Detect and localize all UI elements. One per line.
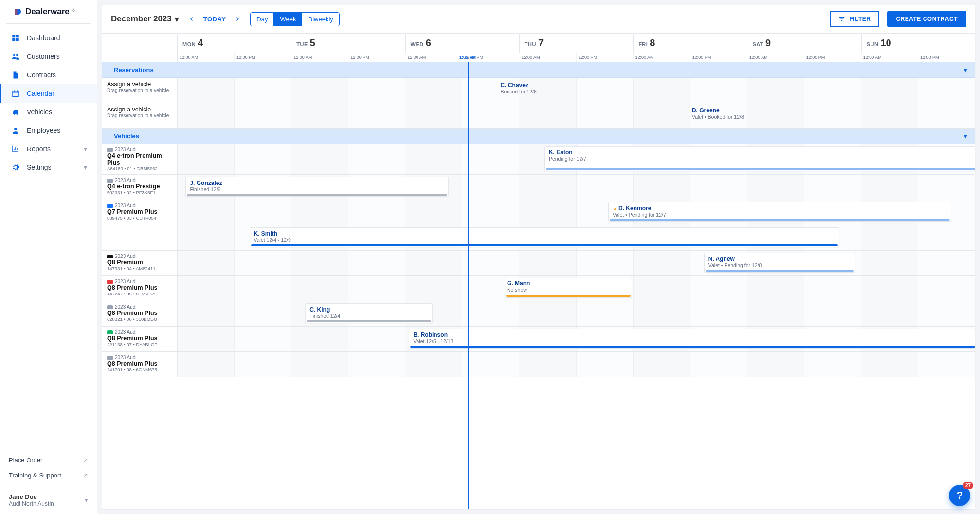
- month-label: December 2023: [111, 14, 172, 24]
- time-slot-label: 12:00 PM: [235, 53, 291, 62]
- contract-card[interactable]: N. Agnew Valet • Pending for 12/8: [704, 253, 855, 273]
- warning-icon: ▲: [613, 206, 617, 211]
- prev-week-button[interactable]: [187, 14, 197, 24]
- vehicle-label[interactable]: 2023 Audi Q8 Premium Plus 241701 • 08 • …: [102, 352, 178, 377]
- sidebar-item-vehicles[interactable]: Vehicles: [0, 103, 97, 121]
- vehicle-row: 2023 Audi Q4 e-tron Premium Plus A64180 …: [102, 144, 975, 175]
- vehicle-row: 2023 Audi Q8 Premium 147931 • 04 • AM824…: [102, 251, 975, 276]
- contract-card[interactable]: J. Gonzalez Finished 12/6: [185, 177, 449, 197]
- sidebar-item-label: Employees: [27, 127, 60, 134]
- bottom-link-training-support[interactable]: Training & Support ↗: [9, 468, 88, 483]
- sidebar-nav: Dashboard Customers Contracts Calendar V…: [0, 27, 97, 453]
- view-biweekly[interactable]: Biweekly: [302, 13, 339, 26]
- filter-icon: [838, 16, 845, 22]
- time-slot-label: 12:00 AM: [747, 53, 804, 62]
- user-location: Audi North Austin: [9, 500, 54, 507]
- contract-card[interactable]: B. Robinson Valet 12/5 - 12/13: [409, 329, 975, 349]
- vehicle-label[interactable]: 2023 Audi Q8 Premium Plus 221138 • 07 • …: [102, 327, 178, 351]
- vehicle-label[interactable]: 2023 Audi Q7 Premium Plus 889475 • 03 • …: [102, 200, 178, 225]
- vehicle-label[interactable]: 2023 Audi Q4 e-tron Prestige 502931 • 02…: [102, 175, 178, 200]
- sidebar-bottom: Place Order ↗Training & Support ↗ Jane D…: [0, 453, 97, 507]
- row-lane[interactable]: N. Agnew Valet • Pending for 12/8: [178, 251, 975, 275]
- day-header: MON4: [178, 34, 291, 53]
- car-icon: [107, 356, 113, 360]
- sidebar-item-label: Dashboard: [27, 34, 60, 42]
- row-lane[interactable]: C. Chavez Booked for 12/6: [178, 78, 975, 103]
- assign-row-2: Assign a vehicle Drag reservation to a v…: [102, 103, 975, 128]
- status-bar: [610, 219, 950, 221]
- bottom-link-place-order[interactable]: Place Order ↗: [9, 453, 88, 468]
- view-day[interactable]: Day: [251, 13, 274, 26]
- contract-card[interactable]: K. Smith Valet 12/4 - 12/9: [250, 227, 840, 247]
- status-bar: [307, 320, 431, 322]
- gear-icon: [11, 163, 20, 172]
- user-switcher[interactable]: Jane Doe Audi North Austin ▾: [9, 488, 88, 507]
- brand-logo: Dealerware ✧: [6, 7, 91, 24]
- row-lane[interactable]: D. Greene Valet • Booked for 12/8: [178, 103, 975, 128]
- assign-vehicle-label: Assign a vehicle Drag reservation to a v…: [102, 78, 178, 103]
- vehicle-row: 2023 Audi Q7 Premium Plus 889475 • 03 • …: [102, 200, 975, 225]
- people-icon: [11, 52, 20, 61]
- status-bar: [251, 244, 838, 246]
- chevron-right-icon: [235, 16, 240, 22]
- row-lane[interactable]: ▲D. Kenmore Valet • Pending for 12/7: [178, 200, 975, 225]
- caret-down-icon: ▾: [175, 14, 179, 24]
- time-slot-label: 12:00 PM: [348, 53, 405, 62]
- row-lane[interactable]: C. King Finished 12/4: [178, 301, 975, 326]
- view-week[interactable]: Week: [274, 13, 302, 26]
- sidebar: Dealerware ✧ Dashboard Customers Contrac…: [0, 0, 97, 514]
- sidebar-item-settings[interactable]: Settings ▾: [0, 158, 97, 177]
- status-bar: [546, 168, 975, 170]
- today-button[interactable]: TODAY: [203, 16, 226, 23]
- vehicle-row-overflow: K. Smith Valet 12/4 - 12/9: [102, 225, 975, 251]
- day-header: TUE5: [291, 34, 405, 53]
- calendar-toolbar: December 2023 ▾ TODAY DayWeekBiweekly FI…: [102, 5, 975, 34]
- month-picker[interactable]: December 2023 ▾: [111, 14, 179, 24]
- day-header: SUN10: [862, 34, 975, 53]
- row-lane[interactable]: B. Robinson Valet 12/5 - 12/13: [178, 327, 975, 351]
- reservation-card[interactable]: C. Chavez Booked for 12/6: [497, 80, 975, 100]
- filter-button[interactable]: FILTER: [830, 11, 879, 27]
- contract-card[interactable]: ▲D. Kenmore Valet • Pending for 12/7: [608, 202, 951, 222]
- sidebar-item-contracts[interactable]: Contracts: [0, 66, 97, 84]
- car-icon: [107, 330, 113, 334]
- chevron-down-icon: ▾: [964, 132, 967, 140]
- now-time-label: 1:05 PM: [459, 55, 476, 60]
- car-icon: [107, 204, 113, 208]
- row-lane[interactable]: K. Eaton Pending for 12/7: [178, 144, 975, 174]
- vehicle-label[interactable]: 2023 Audi Q8 Premium Plus 147247 • 05 • …: [102, 276, 178, 301]
- main-panel: December 2023 ▾ TODAY DayWeekBiweekly FI…: [102, 5, 975, 509]
- sidebar-item-employees[interactable]: Employees: [0, 121, 97, 140]
- calendar-body[interactable]: Reservations ▾ Assign a vehicle Drag res…: [102, 62, 975, 509]
- help-fab[interactable]: ? 27: [949, 485, 970, 506]
- chevron-down-icon: ▾: [84, 145, 87, 153]
- sidebar-item-reports[interactable]: Reports ▾: [0, 140, 97, 158]
- chevron-down-icon: ▾: [85, 496, 88, 504]
- day-header: WED6: [406, 34, 520, 53]
- row-lane[interactable]: [178, 352, 975, 377]
- row-lane[interactable]: K. Smith Valet 12/4 - 12/9: [178, 225, 975, 250]
- row-lane[interactable]: G. Mann No show: [178, 276, 975, 301]
- assign-vehicle-label: Assign a vehicle Drag reservation to a v…: [102, 103, 178, 128]
- vehicle-label[interactable]: 2023 Audi Q4 e-tron Premium Plus A64180 …: [102, 144, 178, 174]
- day-header: THU7: [520, 34, 634, 53]
- contract-card[interactable]: G. Mann No show: [505, 278, 632, 298]
- vehicle-label[interactable]: 2023 Audi Q8 Premium Plus 628321 • 06 • …: [102, 301, 178, 326]
- vehicle-label[interactable]: 2023 Audi Q8 Premium 147931 • 04 • AM824…: [102, 251, 178, 275]
- car-icon: [107, 148, 113, 152]
- next-week-button[interactable]: [233, 14, 242, 24]
- time-slot-label: 12:00 PM: [690, 53, 747, 62]
- row-lane[interactable]: J. Gonzalez Finished 12/6: [178, 175, 975, 200]
- day-header: SAT9: [747, 34, 861, 53]
- reservations-section-header[interactable]: Reservations ▾: [102, 62, 975, 78]
- car-icon: [107, 255, 113, 258]
- external-link-icon: ↗: [83, 457, 88, 464]
- sidebar-item-calendar[interactable]: Calendar: [0, 84, 97, 103]
- contract-card[interactable]: C. King Finished 12/4: [305, 303, 433, 323]
- vehicles-section-header[interactable]: Vehicles ▾: [102, 128, 975, 144]
- sidebar-item-dashboard[interactable]: Dashboard: [0, 29, 97, 47]
- create-contract-button[interactable]: CREATE CONTRACT: [887, 11, 966, 27]
- reservation-card[interactable]: D. Greene Valet • Booked for 12/8: [688, 105, 975, 125]
- contract-card[interactable]: K. Eaton Pending for 12/7: [544, 146, 975, 171]
- sidebar-item-customers[interactable]: Customers: [0, 47, 97, 66]
